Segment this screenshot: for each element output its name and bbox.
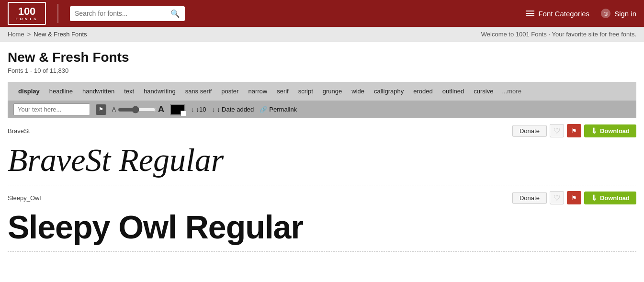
- tag-icon[interactable]: ⚑: [96, 104, 106, 115]
- font-entry-header-2: Sleepy_Owl Donate ♡ ⚑ ⇓ Download: [8, 191, 636, 204]
- filter-grunge[interactable]: grunge: [318, 86, 347, 97]
- size-control: A A: [112, 104, 164, 114]
- filter-display[interactable]: display: [13, 86, 45, 97]
- font-categories-label: Font Categories: [538, 10, 589, 18]
- color-picker-inner: [181, 111, 186, 116]
- sort-arrow: ↓: [212, 106, 215, 113]
- sign-in-label: Sign in: [614, 10, 636, 18]
- controls-bar: ⚑ A A ↓ ↓10 ↓ ↓ Date added 🔗 Permalink: [8, 101, 636, 118]
- font-name-sleepyowl[interactable]: Sleepy_Owl: [8, 194, 41, 202]
- font-entry-sleepyowl: Sleepy_Owl Donate ♡ ⚑ ⇓ Download Sleepy …: [8, 185, 636, 252]
- logo-100: 100: [18, 6, 36, 17]
- font-actions-1: Donate ♡ ⚑ ⇓ Download: [512, 124, 636, 137]
- permalink-button[interactable]: 🔗 Permalink: [260, 106, 297, 113]
- font-categories-nav[interactable]: Font Categories: [526, 10, 589, 18]
- font-preview-2: Sleepy Owl Regular: [8, 206, 636, 248]
- sign-in-nav[interactable]: ☺ Sign in: [601, 9, 636, 18]
- logo-fonts: FONTS: [15, 17, 38, 21]
- sort-control[interactable]: ↓ ↓ Date added: [212, 106, 254, 113]
- size-slider[interactable]: [118, 106, 156, 113]
- filter-text[interactable]: text: [119, 86, 139, 97]
- filter-handwritten[interactable]: handwritten: [78, 86, 119, 97]
- breadcrumb-home-link[interactable]: Home: [8, 31, 24, 38]
- font-preview-text-1: BraveSt Regular: [8, 141, 224, 179]
- font-entry-header-1: BraveSt Donate ♡ ⚑ ⇓ Download: [8, 124, 636, 137]
- size-small-label: A: [112, 106, 116, 113]
- font-actions-2: Donate ♡ ⚑ ⇓ Download: [512, 191, 636, 204]
- sort-label: ↓ Date added: [217, 106, 254, 113]
- count-control: ↓ ↓10: [191, 106, 206, 113]
- header-divider: [57, 4, 58, 23]
- filter-poster[interactable]: poster: [216, 86, 243, 97]
- permalink-label: Permalink: [269, 106, 297, 113]
- filter-calligraphy[interactable]: calligraphy: [369, 86, 408, 97]
- tag-button-2[interactable]: ⚑: [567, 191, 581, 204]
- user-icon: ☺: [601, 9, 610, 18]
- search-input[interactable]: [75, 10, 168, 17]
- filter-more[interactable]: ...more: [498, 86, 525, 97]
- tag-button-1[interactable]: ⚑: [567, 124, 581, 137]
- site-logo[interactable]: 100 FONTS: [8, 2, 46, 25]
- font-name-bravest[interactable]: BraveSt: [8, 127, 30, 135]
- filter-narrow[interactable]: narrow: [243, 86, 272, 97]
- main-content: New & Fresh Fonts Fonts 1 - 10 of 11,830…: [0, 42, 644, 252]
- download-arrow-1: ⇓: [591, 126, 597, 135]
- breadcrumb-separator: >: [27, 31, 31, 38]
- link-icon: 🔗: [260, 106, 267, 113]
- download-label-2: Download: [600, 194, 630, 202]
- filter-wide[interactable]: wide: [347, 86, 369, 97]
- download-button-1[interactable]: ⇓ Download: [584, 124, 636, 137]
- filter-sans-serif[interactable]: sans serif: [181, 86, 217, 97]
- download-label-1: Download: [600, 127, 630, 135]
- search-button[interactable]: 🔍: [170, 9, 180, 18]
- filter-bar: display headline handwritten text handwr…: [8, 82, 636, 101]
- donate-button-2[interactable]: Donate: [512, 192, 547, 204]
- filter-serif[interactable]: serif: [272, 86, 294, 97]
- font-preview-1: BraveSt Regular: [8, 139, 636, 181]
- preview-text-input[interactable]: [13, 103, 90, 115]
- favorite-button-1[interactable]: ♡: [550, 124, 564, 137]
- size-large-label: A: [158, 104, 164, 114]
- filter-cursive[interactable]: cursive: [469, 86, 498, 97]
- filter-handwriting[interactable]: handwriting: [139, 86, 181, 97]
- favorite-button-2[interactable]: ♡: [550, 191, 564, 204]
- page-title: New & Fresh Fonts: [8, 50, 636, 65]
- font-list: BraveSt Donate ♡ ⚑ ⇓ Download BraveSt Re…: [8, 118, 636, 252]
- breadcrumb-current: New & Fresh Fonts: [34, 31, 87, 38]
- download-button-2[interactable]: ⇓ Download: [584, 192, 636, 204]
- breadcrumb-bar: Home > New & Fresh Fonts Welcome to 1001…: [0, 27, 644, 42]
- filter-script[interactable]: script: [294, 86, 318, 97]
- font-entry-bravest: BraveSt Donate ♡ ⚑ ⇓ Download BraveSt Re…: [8, 118, 636, 185]
- color-picker[interactable]: [170, 104, 185, 115]
- font-preview-text-2: Sleepy Owl Regular: [8, 208, 303, 246]
- search-box: 🔍: [70, 6, 185, 21]
- download-arrow-2: ⇓: [591, 193, 597, 203]
- count-arrow: ↓: [191, 106, 194, 113]
- font-count: Fonts 1 - 10 of 11,830: [8, 67, 636, 74]
- breadcrumb-welcome: Welcome to 1001 Fonts · Your favorite si…: [481, 31, 636, 38]
- filter-eroded[interactable]: eroded: [408, 86, 437, 97]
- site-header: 100 FONTS 🔍 Font Categories ☺ Sign in: [0, 0, 644, 27]
- filter-headline[interactable]: headline: [45, 86, 78, 97]
- breadcrumb-left: Home > New & Fresh Fonts: [8, 31, 87, 38]
- donate-button-1[interactable]: Donate: [512, 125, 547, 137]
- hamburger-icon: [526, 11, 534, 16]
- count-label[interactable]: ↓10: [196, 106, 206, 113]
- header-nav: Font Categories ☺ Sign in: [526, 9, 636, 18]
- filter-outlined[interactable]: outlined: [438, 86, 469, 97]
